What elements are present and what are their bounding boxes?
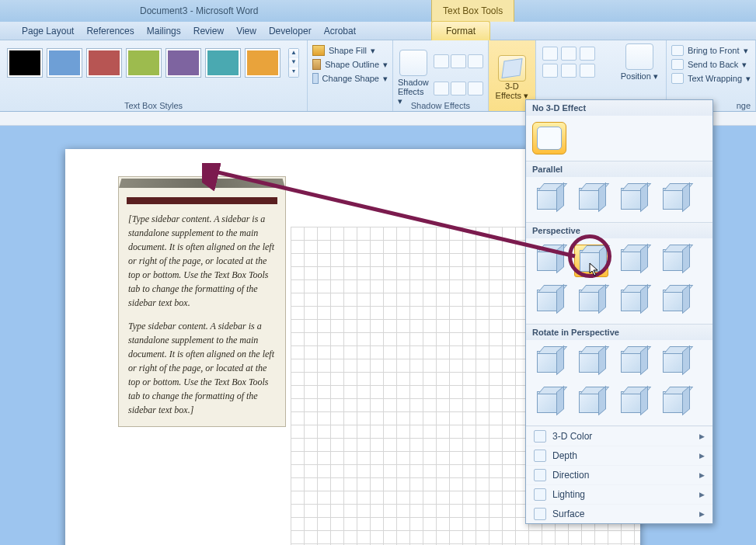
tab-review[interactable]: Review: [193, 26, 224, 36]
sidebar-paragraph[interactable]: Type sidebar content. A sidebar is a sta…: [119, 319, 285, 426]
color-icon: [534, 430, 546, 443]
3d-option-parallel[interactable]: [616, 183, 650, 216]
dd-heading-rotate: Rotate in Perspective: [526, 325, 712, 340]
ribbon-tabs: Page Layout References Mailings Review V…: [0, 22, 756, 40]
group-label-shadow: Shadow Effects: [393, 101, 488, 110]
shape-fill-button[interactable]: Shape Fill ▾: [312, 43, 388, 57]
menu-depth[interactable]: Depth▶: [526, 446, 712, 465]
change-shape-icon: [312, 73, 319, 84]
3d-option-rotate[interactable]: [532, 387, 566, 419]
menu-3d-color[interactable]: 3-D Color▶: [526, 426, 712, 446]
menu-lighting[interactable]: Lighting▶: [526, 484, 712, 504]
3d-option-rotate[interactable]: [574, 387, 608, 419]
lighting-icon: [534, 488, 546, 501]
shape-outline-button[interactable]: Shape Outline ▾: [312, 57, 388, 71]
surface-icon: [534, 508, 546, 520]
3d-option-rotate[interactable]: [574, 346, 608, 379]
3d-option-perspective[interactable]: [532, 245, 566, 277]
3d-option-perspective[interactable]: [616, 245, 650, 277]
text-wrapping-button[interactable]: Text Wrapping ▾: [671, 71, 751, 85]
tab-references[interactable]: References: [86, 26, 134, 36]
style-swatch[interactable]: [47, 49, 82, 77]
cube-icon: [498, 55, 526, 82]
3d-option-parallel[interactable]: [574, 183, 608, 216]
text-box-sidebar[interactable]: [Type sidebar content. A sidebar is a st…: [118, 176, 286, 427]
shadow-icon: [399, 50, 427, 76]
style-swatch[interactable]: [8, 49, 42, 77]
pos-mini-icon[interactable]: [542, 64, 558, 78]
style-swatch[interactable]: [166, 49, 200, 77]
tab-view[interactable]: View: [236, 26, 256, 36]
3d-option-perspective-hover[interactable]: [574, 245, 608, 277]
shadow-effects-button[interactable]: Shadow Effects ▾: [398, 48, 429, 106]
document-title: Document3 - Microsoft Word: [140, 5, 259, 16]
tab-page-layout[interactable]: Page Layout: [22, 26, 74, 36]
pos-mini-icon[interactable]: [580, 47, 595, 61]
3d-option-rotate[interactable]: [616, 387, 650, 419]
group-text-box-styles: ▲▼▾ Text Box Styles: [0, 40, 308, 111]
3d-option-rotate[interactable]: [658, 387, 692, 419]
group-shadow-effects: Shadow Effects ▾ Shadow Effects: [393, 40, 489, 111]
pos-mini-icon[interactable]: [580, 64, 595, 78]
sidebar-accent-bar: [127, 197, 277, 204]
tab-acrobat[interactable]: Acrobat: [324, 26, 356, 36]
3d-option-perspective[interactable]: [532, 285, 566, 318]
3d-effects-dropdown: No 3-D Effect Parallel Perspective Rotat…: [525, 99, 713, 524]
bring-to-front-button[interactable]: Bring to Front ▾: [671, 43, 751, 57]
send-to-back-button[interactable]: Send to Back ▾: [671, 57, 751, 71]
pencil-icon: [312, 59, 321, 70]
group-label-styles: Text Box Styles: [0, 101, 307, 110]
3d-option-perspective[interactable]: [574, 285, 608, 318]
style-swatch[interactable]: [246, 49, 280, 77]
3d-option-parallel[interactable]: [658, 183, 692, 216]
sidebar-paragraph[interactable]: [Type sidebar content. A sidebar is a st…: [119, 212, 285, 319]
dd-heading-parallel: Parallel: [526, 161, 712, 177]
3d-option-rotate[interactable]: [658, 346, 692, 379]
shadow-nudge-grid[interactable]: [434, 48, 483, 106]
menu-direction[interactable]: Direction▶: [526, 465, 712, 484]
3d-option-parallel[interactable]: [532, 183, 566, 216]
3d-option-none[interactable]: [532, 122, 566, 154]
3d-option-perspective[interactable]: [658, 245, 692, 277]
position-button[interactable]: Position ▾: [621, 42, 658, 82]
tab-mailings[interactable]: Mailings: [147, 26, 181, 36]
3d-option-rotate[interactable]: [532, 346, 566, 379]
pos-mini-icon[interactable]: [561, 64, 577, 78]
dd-heading-perspective: Perspective: [526, 223, 712, 238]
dd-heading-no-effect: No 3-D Effect: [526, 100, 712, 116]
style-swatch[interactable]: [127, 49, 161, 77]
bring-front-icon: [671, 45, 684, 56]
direction-icon: [534, 469, 546, 481]
style-swatches: ▲▼▾: [5, 43, 302, 82]
tab-developer[interactable]: Developer: [269, 26, 312, 36]
position-icon: [625, 43, 653, 70]
3d-top-face: [119, 179, 285, 188]
title-bar: Document3 - Microsoft Word Text Box Tool…: [0, 0, 756, 22]
3d-option-perspective[interactable]: [616, 285, 650, 318]
3d-option-perspective[interactable]: [658, 285, 692, 318]
contextual-tab-title: Text Box Tools: [431, 0, 514, 22]
style-gallery-scroll[interactable]: ▲▼▾: [288, 48, 299, 78]
pos-mini-icon[interactable]: [561, 47, 577, 61]
group-shape-commands: Shape Fill ▾ Shape Outline ▾ Change Shap…: [308, 40, 393, 111]
depth-icon: [534, 450, 546, 462]
style-swatch[interactable]: [206, 49, 240, 77]
paint-bucket-icon: [312, 45, 325, 56]
style-swatch[interactable]: [87, 49, 121, 77]
pos-mini-icon[interactable]: [542, 47, 558, 61]
text-wrap-icon: [671, 73, 684, 84]
menu-surface[interactable]: Surface▶: [526, 504, 712, 523]
3d-submenu: 3-D Color▶ Depth▶ Direction▶ Lighting▶ S…: [526, 426, 712, 523]
change-shape-button[interactable]: Change Shape ▾: [312, 71, 388, 85]
3d-option-rotate[interactable]: [616, 346, 650, 379]
3d-effects-button[interactable]: 3-D Effects ▾: [493, 54, 531, 101]
tab-format[interactable]: Format: [431, 21, 490, 40]
send-back-icon: [671, 59, 684, 70]
